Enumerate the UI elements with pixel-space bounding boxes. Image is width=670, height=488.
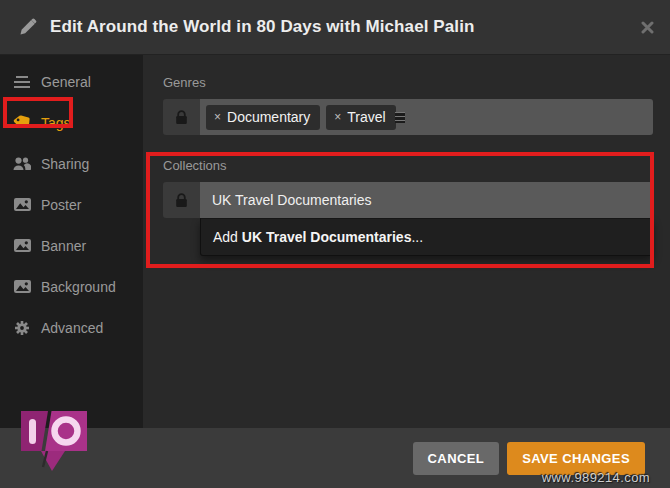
collections-lock-button[interactable] (163, 182, 200, 218)
sidebar-item-label: Banner (41, 238, 86, 254)
sidebar-item-label: Advanced (41, 320, 103, 336)
genre-chip-travel[interactable]: × Travel (326, 105, 395, 130)
sidebar-item-advanced[interactable]: Advanced (0, 307, 143, 348)
text-cursor-icon (393, 109, 407, 126)
sidebar-item-label: General (41, 74, 91, 90)
sidebar: General Tags (0, 55, 143, 428)
collections-suggestion-item[interactable]: Add UK Travel Documentaries... (200, 218, 653, 256)
sidebar-item-background[interactable]: Background (0, 266, 143, 307)
sidebar-item-poster[interactable]: Poster (0, 184, 143, 225)
sidebar-item-label: Tags (41, 115, 71, 131)
image-icon (13, 278, 31, 295)
remove-tag-icon[interactable]: × (334, 110, 341, 124)
spacer (163, 135, 653, 158)
tag-icon (13, 114, 31, 131)
edit-metadata-dialog: Edit Around the World in 80 Days with Mi… (0, 0, 670, 488)
dialog-header: Edit Around the World in 80 Days with Mi… (0, 0, 670, 55)
genres-label: Genres (163, 75, 653, 90)
collections-label: Collections (163, 158, 653, 173)
suggestion-suffix: ... (411, 229, 423, 245)
users-icon (13, 155, 31, 172)
genres-field-row: × Documentary × Travel (163, 99, 653, 135)
sidebar-item-tags[interactable]: Tags (0, 102, 143, 143)
collections-input[interactable] (200, 182, 653, 218)
remove-tag-icon[interactable]: × (214, 110, 221, 124)
watermark-text: www.989214.com (542, 470, 650, 485)
sidebar-item-general[interactable]: General (0, 61, 143, 102)
suggestion-highlight: UK Travel Documentaries (242, 229, 412, 245)
cancel-button[interactable]: CANCEL (413, 442, 500, 475)
genres-tag-input[interactable]: × Documentary × Travel (200, 99, 653, 135)
genres-lock-button[interactable] (163, 99, 200, 135)
close-icon[interactable] (636, 16, 658, 38)
lock-icon (175, 110, 188, 125)
image-icon (13, 237, 31, 254)
suggestion-prefix: Add (213, 229, 242, 245)
edit-pencil-icon (18, 18, 37, 37)
image-icon (13, 196, 31, 213)
io-logo (21, 411, 87, 473)
form-content: Genres × Documentary × Travel (143, 55, 670, 428)
lock-icon (175, 193, 188, 208)
sidebar-item-banner[interactable]: Banner (0, 225, 143, 266)
genre-chip-label: Travel (347, 109, 385, 125)
sidebar-item-label: Background (41, 279, 116, 295)
sidebar-item-sharing[interactable]: Sharing (0, 143, 143, 184)
menu-icon (13, 73, 31, 90)
dialog-body: General Tags (0, 55, 670, 428)
collections-field-row (163, 182, 653, 218)
sidebar-item-label: Poster (41, 197, 81, 213)
gear-icon (13, 319, 31, 336)
genre-chip-label: Documentary (227, 109, 310, 125)
sidebar-item-label: Sharing (41, 156, 89, 172)
dialog-title: Edit Around the World in 80 Days with Mi… (50, 17, 475, 37)
genre-chip-documentary[interactable]: × Documentary (206, 105, 320, 130)
